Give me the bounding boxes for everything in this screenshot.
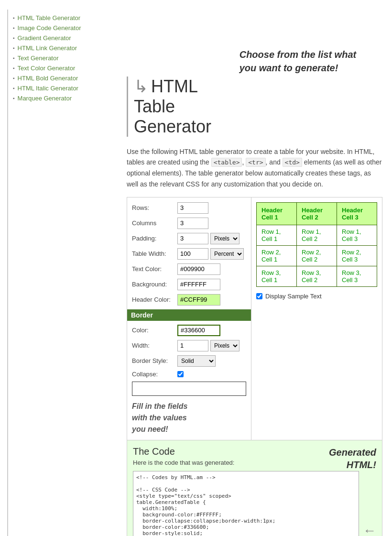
table-row: Row 3, Cell 1 Row 3, Cell 2 Row 3, Cell …: [257, 266, 377, 286]
display-sample-checkbox[interactable]: [256, 293, 262, 299]
background-input[interactable]: [177, 279, 220, 290]
sidebar-item-gradient[interactable]: Gradient Generator: [13, 34, 112, 42]
arrow-right-icon: ←: [363, 523, 376, 536]
preview-table-head: Header Cell 1 Header Cell 2 Header Cell …: [257, 202, 377, 225]
columns-input[interactable]: [177, 218, 208, 229]
border-width-label: Width:: [132, 342, 177, 349]
columns-label: Columns: [132, 219, 177, 227]
sidebar: HTML Table Generator Image Code Generato…: [7, 10, 112, 536]
text-color-field-row: Text Color:: [132, 263, 246, 275]
header-cell-1: Header Cell 1: [257, 202, 297, 225]
code-subtitle: Here is the code that was generated:: [133, 459, 234, 466]
border-width-unit-select[interactable]: Pixels: [210, 340, 240, 351]
row2-cell2: Row 2, Cell 2: [297, 245, 337, 266]
collapse-checkbox[interactable]: [177, 371, 184, 377]
row1-cell3: Row 1, Cell 3: [337, 225, 377, 245]
code-header: The Code Here is the code that was gener…: [133, 446, 376, 471]
sidebar-item-image-code[interactable]: Image Code Generator: [13, 24, 112, 32]
page-title-area: ↳HTML Table Generator: [127, 77, 240, 146]
sidebar-link-html-italic[interactable]: HTML Italic Generator: [18, 85, 78, 92]
columns-field-row: Columns: [132, 218, 246, 229]
sidebar-link-html-bold[interactable]: HTML Bold Generator: [18, 75, 78, 82]
sidebar-link-text[interactable]: Text Generator: [18, 55, 59, 62]
sidebar-item-text-color[interactable]: Text Color Generator: [13, 65, 112, 72]
choose-text: Choose from the list what you want to ge…: [240, 48, 363, 75]
border-section-header: Border: [127, 309, 251, 321]
table-row: Row 2, Cell 1 Row 2, Cell 2 Row 2, Cell …: [257, 245, 377, 266]
rows-label: Rows:: [132, 204, 177, 211]
gen-inner: Rows: Columns Padding: Pixels: [127, 197, 382, 440]
table-width-unit-select[interactable]: Percent: [210, 248, 244, 260]
display-sample-row: Display Sample Text: [256, 293, 377, 300]
page-title: ↳HTML Table Generator: [127, 77, 240, 137]
text-color-label: Text Color:: [132, 265, 177, 273]
description: Use the following HTML table generator t…: [127, 146, 382, 189]
table-tag: <table>: [211, 158, 242, 167]
generator-box: Rows: Columns Padding: Pixels: [127, 197, 382, 536]
generated-html-label: GeneratedHTML!: [329, 446, 376, 471]
code-section: The Code Here is the code that was gener…: [127, 440, 382, 536]
sidebar-item-html-bold[interactable]: HTML Bold Generator: [13, 75, 112, 82]
sidebar-item-html-link[interactable]: HTML Link Generator: [13, 44, 112, 52]
code-textarea[interactable]: <!-- Codes by HTML.am --> <!-- CSS Code …: [133, 471, 359, 536]
header-color-input[interactable]: [177, 294, 220, 306]
sidebar-item-marquee[interactable]: Marquee Generator: [13, 95, 112, 102]
sidebar-item-html-italic[interactable]: HTML Italic Generator: [13, 85, 112, 92]
sidebar-link-html-link[interactable]: HTML Link Generator: [18, 44, 77, 52]
border-width-field-row: Width: Pixels: [132, 340, 246, 351]
border-style-label: Border Style:: [132, 357, 177, 364]
left-panel: Rows: Columns Padding: Pixels: [127, 197, 251, 440]
sidebar-link-html-table[interactable]: HTML Table Generator: [18, 14, 81, 22]
row2-cell1: Row 2, Cell 1: [257, 245, 297, 266]
rows-input[interactable]: [177, 202, 208, 214]
row3-cell3: Row 3, Cell 3: [337, 266, 377, 286]
code-area-container: <!-- Codes by HTML.am --> <!-- CSS Code …: [133, 471, 376, 536]
table-width-input[interactable]: [177, 248, 208, 260]
padding-input[interactable]: [177, 233, 208, 244]
collapse-label: Collapse:: [132, 371, 177, 378]
table-row: Row 1, Cell 1 Row 1, Cell 2 Row 1, Cell …: [257, 225, 377, 245]
border-style-field-row: Border Style: Solid: [132, 355, 246, 367]
header-row: ↳HTML Table Generator Choose from the li…: [127, 10, 382, 146]
row2-cell3: Row 2, Cell 3: [337, 245, 377, 266]
header-cell-3: Header Cell 3: [337, 202, 377, 225]
sidebar-nav: HTML Table Generator Image Code Generato…: [13, 14, 112, 102]
sidebar-link-text-color[interactable]: Text Color Generator: [18, 65, 76, 72]
preview-table: Header Cell 1 Header Cell 2 Header Cell …: [256, 202, 377, 287]
sidebar-link-image-code[interactable]: Image Code Generator: [18, 24, 81, 32]
header-cell-2: Header Cell 2: [297, 202, 337, 225]
code-title-area: The Code Here is the code that was gener…: [133, 446, 234, 470]
collapse-field-row: Collapse:: [132, 371, 246, 378]
table-preview: Header Cell 1 Header Cell 2 Header Cell …: [256, 202, 377, 287]
border-color-field-row: Color:: [132, 325, 246, 336]
sidebar-link-marquee[interactable]: Marquee Generator: [18, 95, 72, 102]
header-color-label: Header Color:: [132, 296, 177, 303]
sidebar-link-gradient[interactable]: Gradient Generator: [18, 34, 71, 42]
table-width-field-row: Table Width: Percent: [132, 248, 246, 260]
row1-cell2: Row 1, Cell 2: [297, 225, 337, 245]
table-width-label: Table Width:: [132, 250, 177, 257]
sidebar-item-html-table[interactable]: HTML Table Generator: [13, 14, 112, 22]
right-panel: Header Cell 1 Header Cell 2 Header Cell …: [251, 197, 382, 440]
row1-cell1: Row 1, Cell 1: [257, 225, 297, 245]
row3-cell2: Row 3, Cell 2: [297, 266, 337, 286]
main-content: ↳HTML Table Generator Choose from the li…: [112, 5, 392, 536]
border-style-select[interactable]: Solid: [177, 355, 216, 367]
fill-text: Fill in the fieldswith the valuesyou nee…: [132, 401, 246, 435]
tr-tag: <tr>: [246, 158, 265, 167]
td-tag: <td>: [283, 158, 302, 167]
preview-header-row: Header Cell 1 Header Cell 2 Header Cell …: [257, 202, 377, 225]
text-color-input[interactable]: [177, 263, 220, 275]
border-color-input[interactable]: [177, 325, 220, 336]
row3-cell1: Row 3, Cell 1: [257, 266, 297, 286]
preview-input-box: [132, 382, 246, 396]
rows-field-row: Rows:: [132, 202, 246, 214]
sidebar-item-text[interactable]: Text Generator: [13, 55, 112, 62]
padding-label: Padding:: [132, 235, 177, 242]
display-sample-label: Display Sample Text: [265, 293, 322, 300]
preview-table-body: Row 1, Cell 1 Row 1, Cell 2 Row 1, Cell …: [257, 225, 377, 286]
header-color-field-row: Header Color:: [132, 294, 246, 306]
border-color-label: Color:: [132, 327, 177, 334]
border-width-input[interactable]: [177, 340, 208, 351]
padding-unit-select[interactable]: Pixels: [210, 233, 240, 244]
